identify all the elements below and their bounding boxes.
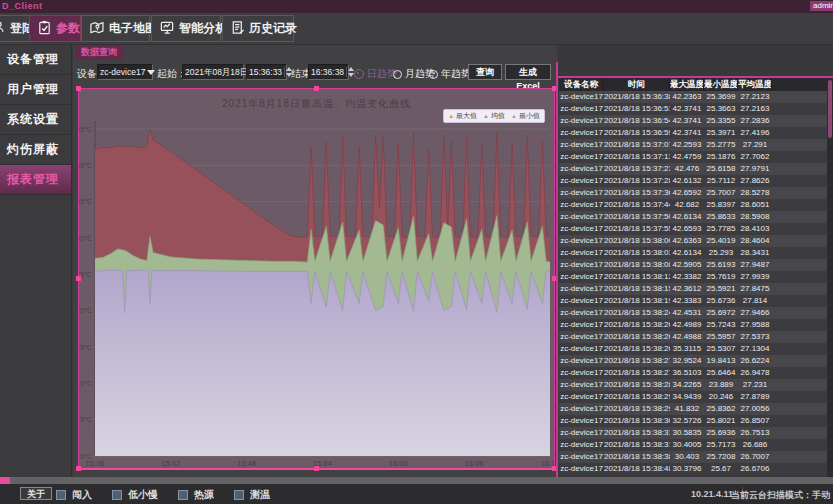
- svg-text:20℃: 20℃: [79, 307, 92, 314]
- selection-handle[interactable]: [76, 276, 81, 281]
- end-time-input[interactable]: 16:36:38: [308, 64, 349, 80]
- table-row[interactable]: zc-device172021/8/18 15:37:5042.613425.8…: [559, 211, 833, 223]
- table-row[interactable]: zc-device172021/8/18 15:37:2342.47625.61…: [559, 163, 833, 175]
- table-row[interactable]: zc-device172021/8/18 15:38:3830.40325.72…: [559, 451, 833, 463]
- table-cell: 42.3741: [670, 103, 704, 115]
- checkbox-icon[interactable]: [56, 490, 66, 500]
- svg-text:15:36: 15:36: [86, 459, 105, 468]
- table-cell: 25.6193: [704, 259, 738, 271]
- tab-params[interactable]: 参数: [29, 15, 81, 42]
- table-cell: 25.4019: [704, 235, 738, 247]
- table-row[interactable]: zc-device172021/8/18 15:38:0842.590525.6…: [559, 259, 833, 271]
- table-row[interactable]: zc-device172021/8/18 15:38:4830.379625.6…: [559, 463, 833, 475]
- sidebar-item[interactable]: 用户管理: [0, 75, 71, 105]
- table-row[interactable]: zc-device172021/8/18 15:38:2934.943920.2…: [559, 391, 833, 403]
- query-button[interactable]: 查询: [468, 64, 502, 80]
- horizontal-scrollbar[interactable]: [0, 477, 833, 484]
- table-cell: 2021/8/18 15:38:29: [604, 391, 670, 403]
- table-row[interactable]: zc-device172021/8/18 15:37:2842.613225.7…: [559, 175, 833, 187]
- table-row[interactable]: zc-device172021/8/18 15:38:2941.83225.83…: [559, 403, 833, 415]
- status-checkbox[interactable]: 热源: [178, 488, 214, 502]
- table-cell: 27.2836: [738, 115, 772, 127]
- table-row[interactable]: zc-device172021/8/18 15:38:3032.572625.8…: [559, 415, 833, 427]
- legend-label: 最大值: [456, 111, 477, 121]
- sidebar-item[interactable]: 系统设置: [0, 105, 71, 135]
- table-row[interactable]: zc-device172021/8/18 15:38:2442.453125.6…: [559, 307, 833, 319]
- tab-map[interactable]: 电子地图: [81, 15, 150, 42]
- selection-handle[interactable]: [314, 466, 319, 471]
- tab-history[interactable]: 历史记录: [222, 15, 294, 42]
- checkbox-icon[interactable]: [112, 490, 122, 500]
- scrollbar-thumb[interactable]: [0, 477, 10, 484]
- chart-canvas: 0℃5℃10℃15℃20℃25℃30℃35℃40℃45℃15:3615:4215…: [79, 89, 554, 468]
- table-row[interactable]: zc-device172021/8/18 15:36:5942.374125.3…: [559, 127, 833, 139]
- table-cell: 28.4604: [738, 235, 772, 247]
- checkbox-label: 低小慢: [128, 488, 158, 502]
- chevron-down-icon: [147, 70, 155, 75]
- sidebar-item[interactable]: 设备管理: [0, 45, 71, 75]
- sidebar-item[interactable]: 报表管理: [0, 165, 71, 195]
- table-row[interactable]: zc-device172021/8/18 15:38:1242.338225.7…: [559, 271, 833, 283]
- table-cell: 42.3382: [670, 271, 704, 283]
- table-body: zc-device172021/8/18 15:36:3842.236325.3…: [559, 91, 833, 475]
- table-cell: 26.6224: [738, 355, 772, 367]
- table-row[interactable]: zc-device172021/8/18 15:37:3642.659225.7…: [559, 187, 833, 199]
- table-row[interactable]: zc-device172021/8/18 15:37:5542.659325.7…: [559, 223, 833, 235]
- table-row[interactable]: zc-device172021/8/18 15:38:1942.338325.6…: [559, 295, 833, 307]
- table-cell: zc-device17: [559, 103, 604, 115]
- table-vertical-scrollbar[interactable]: [827, 78, 833, 477]
- selection-handle[interactable]: [76, 466, 81, 471]
- table-row[interactable]: zc-device172021/8/18 15:36:5442.374125.3…: [559, 115, 833, 127]
- table-row[interactable]: zc-device172021/8/18 15:38:2642.498925.7…: [559, 319, 833, 331]
- table-row[interactable]: zc-device172021/8/18 15:38:2736.510325.6…: [559, 367, 833, 379]
- table-cell: 42.682: [670, 199, 704, 211]
- table-row[interactable]: zc-device172021/8/18 15:38:2642.498825.5…: [559, 331, 833, 343]
- table-row[interactable]: zc-device172021/8/18 15:38:2635.311525.5…: [559, 343, 833, 355]
- table-row[interactable]: zc-device172021/8/18 15:37:1342.475925.1…: [559, 151, 833, 163]
- selection-handle[interactable]: [314, 86, 319, 91]
- tab-login[interactable]: 登陆: [0, 15, 30, 42]
- checkbox-label: 闯入: [72, 488, 92, 502]
- start-date-input[interactable]: 2021年08月18日: [182, 64, 244, 80]
- checkbox-icon[interactable]: [234, 490, 244, 500]
- checkbox-icon[interactable]: [178, 490, 188, 500]
- about-button[interactable]: 关于: [20, 487, 52, 500]
- table-cell: 28.4103: [738, 223, 772, 235]
- device-select[interactable]: zc-device17: [97, 64, 153, 80]
- generate-excel-button[interactable]: 生成Excel: [505, 64, 551, 80]
- table-cell: zc-device17: [559, 319, 604, 331]
- table-row[interactable]: zc-device172021/8/18 15:38:0042.636325.4…: [559, 235, 833, 247]
- table-row[interactable]: zc-device172021/8/18 15:38:3130.400525.7…: [559, 439, 833, 451]
- table-row[interactable]: zc-device172021/8/18 15:37:4442.68225.83…: [559, 199, 833, 211]
- table-row[interactable]: zc-device172021/8/18 15:38:3130.583525.6…: [559, 427, 833, 439]
- year-trend-radio[interactable]: 年趋势: [429, 67, 471, 81]
- selection-handle[interactable]: [76, 86, 81, 91]
- start-time-input[interactable]: 15:36:33: [246, 64, 287, 80]
- svg-text:30℃: 30℃: [79, 235, 92, 242]
- status-checkbox[interactable]: 低小慢: [112, 488, 158, 502]
- table-cell: 26.7007: [738, 451, 772, 463]
- sidebar-item[interactable]: 灼伤屏蔽: [0, 135, 71, 165]
- doc-tab-data-query[interactable]: 数据查询: [75, 45, 123, 60]
- status-checkbox[interactable]: 测温: [234, 488, 270, 502]
- scrollbar-thumb[interactable]: [828, 80, 832, 138]
- tab-analysis[interactable]: 智能分析: [151, 15, 221, 42]
- status-checkbox[interactable]: 闯入: [56, 488, 92, 502]
- table-row[interactable]: zc-device172021/8/18 15:38:1542.361225.5…: [559, 283, 833, 295]
- table-row[interactable]: zc-device172021/8/18 15:38:2834.226523.8…: [559, 379, 833, 391]
- table-row[interactable]: zc-device172021/8/18 15:38:2732.952419.8…: [559, 355, 833, 367]
- window-title: D_Client: [2, 1, 43, 11]
- table-row[interactable]: zc-device172021/8/18 15:37:0742.259325.2…: [559, 139, 833, 151]
- table-row[interactable]: zc-device172021/8/18 15:38:0342.613425.2…: [559, 247, 833, 259]
- table-cell: zc-device17: [559, 295, 604, 307]
- table-cell: 2021/8/18 15:38:28: [604, 379, 670, 391]
- table-cell: zc-device17: [559, 307, 604, 319]
- table-row[interactable]: zc-device172021/8/18 15:36:5142.374125.3…: [559, 103, 833, 115]
- table-row[interactable]: zc-device172021/8/18 15:36:3842.236325.3…: [559, 91, 833, 103]
- table-cell: 42.6592: [670, 187, 704, 199]
- day-trend-option: 日趋势: [354, 67, 397, 81]
- svg-text:15:48: 15:48: [237, 459, 256, 468]
- table-header-cell: 最小温度: [704, 78, 738, 91]
- table-cell: zc-device17: [559, 127, 604, 139]
- table-cell: 27.231: [738, 379, 772, 391]
